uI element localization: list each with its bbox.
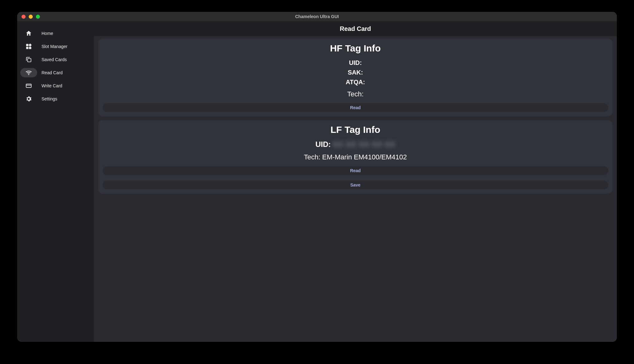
hf-uid-label: UID: [349,59,362,66]
home-icon [25,30,32,37]
sidebar-item-label: Read Card [41,70,63,75]
fullscreen-window-button[interactable] [36,15,40,19]
sidebar-item-label: Home [41,31,53,36]
sidebar-item-write-card[interactable]: Write Card [17,79,94,92]
sidebar: Home Slot Manager Saved Cards [17,21,94,342]
lf-uid-row: UID: XX XX XX XX XX [315,140,395,149]
page-title: Read Card [94,21,617,36]
hf-heading: HF Tag Info [330,43,381,54]
hf-atqa-label: ATQA: [346,79,365,86]
svg-rect-6 [26,84,32,88]
widgets-icon [25,43,32,50]
sidebar-item-read-card[interactable]: Read Card [17,66,94,79]
minimize-window-button[interactable] [29,15,33,19]
content: HF Tag Info UID: SAK: ATQA: Tech: Read L… [94,36,617,342]
main: Read Card HF Tag Info UID: SAK: ATQA: Te… [94,21,617,342]
hf-tag-info-card: HF Tag Info UID: SAK: ATQA: Tech: Read [98,39,612,116]
lf-save-button[interactable]: Save [103,181,608,189]
body: Home Slot Manager Saved Cards [17,21,617,342]
credit-card-icon [25,82,32,89]
lf-uid-value: XX XX XX XX XX [333,140,395,149]
lf-uid-label: UID: [315,140,331,149]
lf-read-button[interactable]: Read [103,166,608,175]
svg-point-5 [28,74,29,75]
lf-tech-line: Tech: EM-Marin EM4100/EM4102 [304,153,407,161]
svg-rect-3 [29,47,31,49]
lf-heading: LF Tag Info [330,124,380,135]
window-title: Chameleon Ultra GUI [17,14,617,19]
hf-read-button[interactable]: Read [103,103,608,112]
sidebar-item-saved-cards[interactable]: Saved Cards [17,53,94,66]
hf-sak-label: SAK: [348,69,363,76]
sidebar-item-home[interactable]: Home [17,27,94,40]
lf-tag-info-card: LF Tag Info UID: XX XX XX XX XX Tech: EM… [98,120,612,194]
traffic-lights [17,15,40,19]
svg-rect-4 [27,58,31,62]
sidebar-item-settings[interactable]: Settings [17,92,94,105]
svg-rect-1 [28,43,32,46]
sidebar-item-label: Settings [41,96,57,101]
wifi-icon [25,69,32,76]
sidebar-item-label: Saved Cards [41,57,67,62]
hf-tech-label: Tech: [347,90,364,98]
svg-rect-2 [26,47,28,49]
gear-icon [25,95,32,102]
copy-icon [25,56,32,63]
close-window-button[interactable] [22,15,26,19]
sidebar-item-slot-manager[interactable]: Slot Manager [17,40,94,53]
app-window: Chameleon Ultra GUI Home Slot Manager [17,12,617,342]
sidebar-item-label: Write Card [41,83,62,88]
sidebar-item-label: Slot Manager [41,44,67,49]
titlebar: Chameleon Ultra GUI [17,12,617,21]
svg-rect-0 [26,44,28,46]
